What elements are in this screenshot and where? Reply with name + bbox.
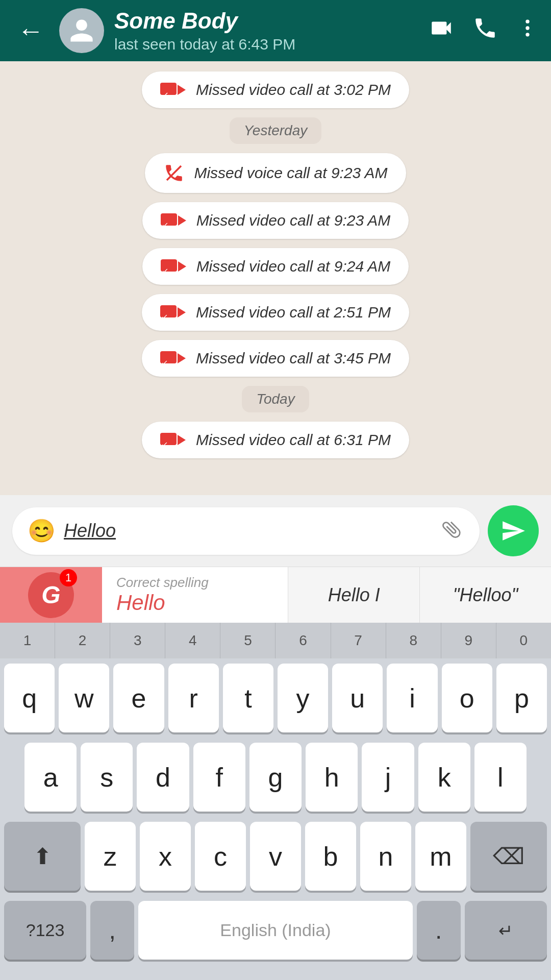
enter-key[interactable]: ↵ bbox=[465, 901, 547, 960]
key-2[interactable]: 2 bbox=[55, 623, 110, 658]
message-input-box[interactable]: 😊 bbox=[12, 507, 480, 555]
call-text: Missed video call at 9:24 AM bbox=[196, 258, 391, 275]
key-6[interactable]: 6 bbox=[276, 623, 331, 658]
call-bubble: ↙ Missed video call at 3:02 PM bbox=[142, 71, 409, 108]
shift-key[interactable]: ⬆ bbox=[4, 822, 81, 891]
contact-info[interactable]: Some Body last seen today at 6:43 PM bbox=[114, 8, 418, 53]
missed-voice-call-icon bbox=[163, 162, 185, 184]
missed-video-call-icon: ↙ bbox=[161, 211, 187, 230]
key-f[interactable]: f bbox=[193, 743, 245, 812]
key-u[interactable]: u bbox=[332, 664, 383, 732]
svg-marker-14 bbox=[178, 307, 186, 317]
call-text: Missed video call at 3:02 PM bbox=[196, 81, 391, 99]
missed-video-call-icon: ↙ bbox=[160, 349, 187, 368]
call-notification[interactable]: ↙ Missed video call at 6:31 PM bbox=[15, 422, 536, 458]
call-notification[interactable]: ↙ Missed video call at 3:02 PM bbox=[15, 71, 536, 108]
call-text: Missed video call at 2:51 PM bbox=[196, 304, 391, 321]
call-text: Missed video call at 9:23 AM bbox=[196, 212, 391, 229]
svg-text:↙: ↙ bbox=[161, 440, 168, 449]
key-9[interactable]: 9 bbox=[441, 623, 496, 658]
missed-video-call-icon: ↙ bbox=[160, 81, 187, 99]
key-g[interactable]: g bbox=[249, 743, 302, 812]
key-o[interactable]: o bbox=[442, 664, 492, 732]
space-key[interactable]: English (India) bbox=[138, 901, 413, 960]
key-a[interactable]: a bbox=[24, 743, 77, 812]
key-j[interactable]: j bbox=[362, 743, 414, 812]
key-y[interactable]: y bbox=[278, 664, 328, 732]
call-bubble: ↙ Missed video call at 6:31 PM bbox=[142, 422, 409, 458]
key-t[interactable]: t bbox=[223, 664, 273, 732]
date-separator-today: Today bbox=[15, 386, 536, 412]
key-q[interactable]: q bbox=[4, 664, 55, 732]
comma-key[interactable]: , bbox=[90, 901, 134, 960]
key-r[interactable]: r bbox=[168, 664, 219, 732]
call-notification[interactable]: ↙ Missed video call at 2:51 PM bbox=[15, 294, 536, 331]
svg-marker-11 bbox=[178, 261, 186, 272]
attach-button[interactable] bbox=[436, 513, 471, 549]
keyboard-row-2: a s d f g h j k l bbox=[0, 738, 551, 817]
keyboard-row-1: q w e r t y u i o p bbox=[0, 658, 551, 738]
chat-messages: ↙ Missed video call at 3:02 PM Yesterday… bbox=[0, 61, 551, 500]
more-options-button[interactable] bbox=[516, 17, 539, 44]
message-input-area: 😊 bbox=[0, 495, 551, 567]
key-4[interactable]: 4 bbox=[165, 623, 220, 658]
autocorrect-option-2[interactable]: "Helloo" bbox=[420, 567, 551, 623]
key-v[interactable]: v bbox=[250, 822, 301, 891]
grammarly-button[interactable]: G 1 bbox=[0, 567, 102, 623]
svg-point-2 bbox=[525, 33, 529, 36]
svg-text:↙: ↙ bbox=[161, 90, 169, 99]
svg-marker-4 bbox=[178, 85, 186, 95]
contact-status: last seen today at 6:43 PM bbox=[114, 36, 418, 53]
send-button[interactable] bbox=[488, 505, 539, 556]
missed-video-call-icon: ↙ bbox=[160, 431, 187, 449]
key-w[interactable]: w bbox=[59, 664, 109, 732]
key-b[interactable]: b bbox=[305, 822, 356, 891]
video-call-button[interactable] bbox=[429, 15, 454, 46]
date-separator-yesterday: Yesterday bbox=[15, 117, 536, 144]
call-notification[interactable]: Missed voice call at 9:23 AM bbox=[15, 153, 536, 193]
key-p[interactable]: p bbox=[496, 664, 547, 732]
call-notification[interactable]: ↙ Missed video call at 9:24 AM bbox=[15, 248, 536, 285]
grammarly-badge: 1 bbox=[60, 569, 77, 586]
key-3[interactable]: 3 bbox=[110, 623, 165, 658]
autocorrect-bar: G 1 Correct spelling Hello Hello I "Hell… bbox=[0, 567, 551, 623]
grammarly-circle: G 1 bbox=[28, 572, 74, 618]
svg-text:↙: ↙ bbox=[162, 220, 168, 229]
voice-call-button[interactable] bbox=[472, 15, 498, 46]
key-n[interactable]: n bbox=[360, 822, 411, 891]
key-5[interactable]: 5 bbox=[220, 623, 276, 658]
key-h[interactable]: h bbox=[306, 743, 358, 812]
keyboard-number-row: 1 2 3 4 5 6 7 8 9 0 bbox=[0, 623, 551, 658]
key-0[interactable]: 0 bbox=[496, 623, 551, 658]
backspace-key[interactable]: ⌫ bbox=[470, 822, 547, 891]
keyboard-row-3: ⬆ z x c v b n m ⌫ bbox=[0, 817, 551, 896]
key-1[interactable]: 1 bbox=[0, 623, 55, 658]
key-e[interactable]: e bbox=[113, 664, 164, 732]
call-notification[interactable]: ↙ Missed video call at 9:23 AM bbox=[15, 202, 536, 239]
keyboard-bottom-row: ?123 , English (India) . ↵ bbox=[0, 896, 551, 965]
period-key[interactable]: . bbox=[417, 901, 461, 960]
emoji-button[interactable]: 😊 bbox=[28, 518, 56, 544]
correct-spelling-suggestion[interactable]: Correct spelling Hello bbox=[102, 567, 288, 623]
symbols-key[interactable]: ?123 bbox=[4, 901, 86, 960]
svg-text:↙: ↙ bbox=[162, 266, 168, 275]
key-d[interactable]: d bbox=[137, 743, 189, 812]
autocorrect-option-1[interactable]: Hello I bbox=[288, 567, 420, 623]
key-i[interactable]: i bbox=[387, 664, 437, 732]
key-8[interactable]: 8 bbox=[386, 623, 441, 658]
call-bubble: ↙ Missed video call at 3:45 PM bbox=[142, 340, 409, 377]
key-x[interactable]: x bbox=[140, 822, 191, 891]
call-notification[interactable]: ↙ Missed video call at 3:45 PM bbox=[15, 340, 536, 377]
call-text: Missed video call at 3:45 PM bbox=[196, 350, 391, 367]
key-s[interactable]: s bbox=[81, 743, 133, 812]
key-m[interactable]: m bbox=[415, 822, 466, 891]
back-button[interactable]: ← bbox=[12, 12, 49, 49]
key-k[interactable]: k bbox=[418, 743, 470, 812]
message-input[interactable] bbox=[64, 520, 434, 542]
key-l[interactable]: l bbox=[474, 743, 527, 812]
key-7[interactable]: 7 bbox=[331, 623, 386, 658]
key-z[interactable]: z bbox=[85, 822, 136, 891]
contact-avatar[interactable] bbox=[59, 8, 104, 53]
svg-marker-20 bbox=[178, 435, 186, 445]
key-c[interactable]: c bbox=[195, 822, 246, 891]
